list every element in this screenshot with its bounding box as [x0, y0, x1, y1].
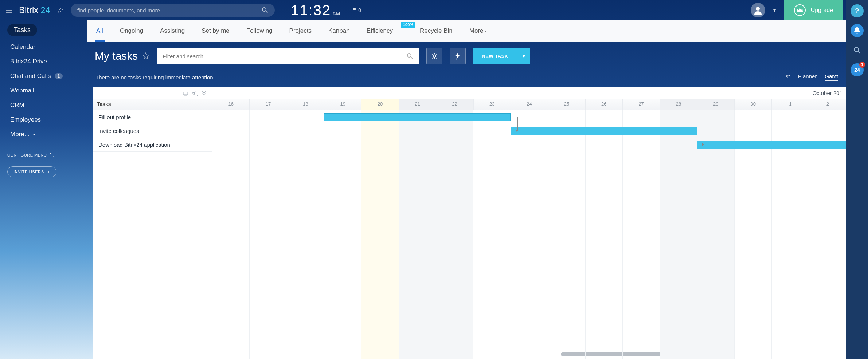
notifications-flag[interactable]: 0 — [352, 7, 361, 13]
clock[interactable]: 11:32 AM — [291, 3, 340, 17]
bitrix24-button[interactable]: 24 1 — [851, 63, 864, 76]
new-task-label: NEW TASK — [473, 54, 517, 59]
sidebar: Tasks Calendar Bitrix24.Drive Chat and C… — [0, 20, 87, 359]
sidebar-item-tasks[interactable]: Tasks — [7, 24, 37, 36]
upgrade-button[interactable]: Upgrade — [784, 0, 843, 20]
user-icon — [754, 6, 762, 15]
new-task-button[interactable]: NEW TASK ▾ — [473, 48, 530, 64]
flag-count: 0 — [358, 7, 361, 13]
tab-label: Projects — [289, 27, 312, 35]
sidebar-item-label: Bitrix24.Drive — [10, 58, 47, 65]
page-title: My tasks — [95, 51, 149, 62]
logo[interactable]: Bitrix 24 — [19, 5, 50, 15]
gantt-month-label: October 201 — [812, 90, 846, 96]
gantt-bar[interactable] — [697, 141, 846, 149]
settings-button[interactable] — [426, 48, 442, 64]
tab-all[interactable]: All — [95, 20, 105, 42]
rail-search-button[interactable] — [851, 44, 864, 57]
sidebar-item-employees[interactable]: Employees — [7, 113, 87, 127]
zoom-in-icon[interactable] — [192, 90, 198, 96]
tab-recycle-bin[interactable]: Recycle Bin — [418, 20, 454, 42]
invite-users-label: INVITE USERS — [13, 170, 44, 174]
star-icon[interactable] — [142, 52, 149, 60]
global-search-input[interactable] — [77, 7, 262, 13]
tab-label: Efficiency — [367, 27, 393, 35]
view-planner[interactable]: Planner — [798, 73, 817, 81]
invite-users-button[interactable]: INVITE USERS + — [7, 166, 56, 177]
gantt-day-header: 21 — [399, 99, 436, 110]
search-icon — [262, 7, 268, 13]
tab-label: Assisting — [160, 27, 185, 35]
gantt-toolbar: October 201 — [93, 87, 846, 99]
gear-icon — [50, 153, 55, 158]
edit-icon[interactable] — [55, 5, 66, 15]
tab-projects[interactable]: Projects — [288, 20, 313, 42]
tab-label: Recycle Bin — [420, 27, 453, 35]
tab-assisting[interactable]: Assisting — [159, 20, 186, 42]
configure-menu[interactable]: CONFIGURE MENU — [7, 153, 87, 158]
new-task-dropdown[interactable]: ▾ — [517, 53, 530, 59]
sidebar-item-webmail[interactable]: Webmail — [7, 83, 87, 98]
gantt-day-header: 27 — [622, 99, 660, 110]
svg-point-2 — [51, 154, 53, 156]
svg-point-10 — [854, 47, 859, 52]
help-button[interactable]: ? — [851, 4, 864, 17]
clock-time: 11:32 — [291, 3, 331, 17]
sidebar-item-chat[interactable]: Chat and Calls 1 — [7, 69, 87, 83]
tab-following[interactable]: Following — [245, 20, 274, 42]
view-gantt[interactable]: Gantt — [825, 73, 838, 81]
task-row[interactable]: Download Bitrix24 application — [93, 138, 212, 152]
automate-button[interactable] — [450, 48, 466, 64]
attention-message: There are no tasks requiring immediate a… — [95, 74, 213, 80]
print-icon[interactable] — [183, 90, 188, 96]
subheader: There are no tasks requiring immediate a… — [87, 71, 846, 87]
filter-search[interactable] — [157, 48, 419, 64]
tab-kanban[interactable]: Kanban — [327, 20, 351, 42]
gantt-day-header: 25 — [548, 99, 585, 110]
sidebar-item-calendar[interactable]: Calendar — [7, 40, 87, 54]
task-tabs: All Ongoing Assisting Set by me Followin… — [87, 20, 846, 42]
topbar: Bitrix 24 11:32 AM 0 ▾ Upgrade — [0, 0, 846, 20]
sidebar-item-label: Employees — [10, 116, 41, 123]
chevron-down-icon: ▾ — [33, 133, 35, 137]
svg-rect-6 — [184, 91, 187, 92]
svg-point-1 — [756, 7, 760, 11]
tab-ongoing[interactable]: Ongoing — [118, 20, 145, 42]
global-search[interactable] — [71, 4, 275, 17]
sidebar-item-crm[interactable]: CRM — [7, 98, 87, 113]
gantt-day-header: 23 — [473, 99, 511, 110]
user-menu-caret[interactable]: ▾ — [770, 7, 779, 13]
content: All Ongoing Assisting Set by me Followin… — [87, 20, 846, 359]
svg-point-4 — [433, 55, 436, 58]
tab-label: Ongoing — [120, 27, 143, 35]
chat-count-badge: 1 — [55, 73, 63, 79]
crown-icon — [794, 4, 806, 16]
view-list[interactable]: List — [781, 73, 790, 81]
sidebar-item-more[interactable]: More... ▾ — [7, 127, 87, 142]
task-row[interactable]: Invite colleagues — [93, 124, 212, 138]
right-rail: ? 24 1 — [846, 0, 868, 359]
tab-efficiency[interactable]: Efficiency 100% — [365, 20, 404, 42]
gantt-body: Fill out profileInvite colleaguesDownloa… — [93, 110, 846, 359]
tab-label: Kanban — [328, 27, 350, 35]
notification-badge: 1 — [859, 62, 865, 68]
tab-set-by-me[interactable]: Set by me — [200, 20, 231, 42]
task-row[interactable]: Fill out profile — [93, 110, 212, 124]
notifications-button[interactable] — [851, 24, 864, 37]
menu-toggle-icon[interactable] — [4, 6, 14, 14]
sidebar-item-label: Chat and Calls — [10, 72, 51, 80]
gantt-day-header: 19 — [324, 99, 361, 110]
sidebar-item-drive[interactable]: Bitrix24.Drive — [7, 54, 87, 69]
avatar[interactable] — [751, 3, 765, 17]
gantt-day-header: 18 — [287, 99, 324, 110]
gantt-bar[interactable] — [324, 113, 511, 121]
gantt-day-header: 16 — [212, 99, 249, 110]
gantt-bar[interactable] — [511, 127, 697, 135]
filter-search-input[interactable] — [163, 53, 407, 59]
configure-menu-label: CONFIGURE MENU — [7, 153, 47, 157]
tab-label: More — [469, 27, 484, 35]
tab-more[interactable]: More ▾ — [468, 20, 488, 42]
zoom-out-icon[interactable] — [202, 90, 207, 96]
gantt-day-header: 30 — [734, 99, 771, 110]
gantt-dependency-link — [697, 131, 704, 145]
